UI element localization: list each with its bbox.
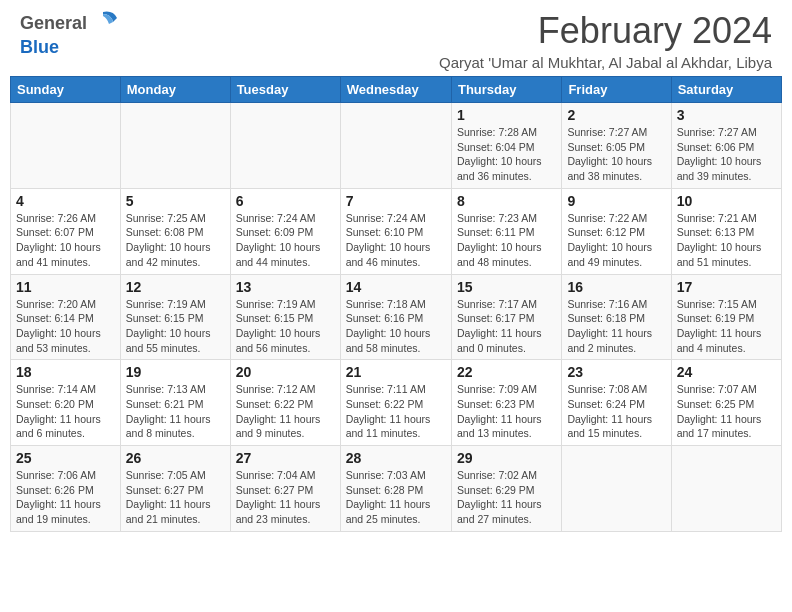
calendar-day-cell: 2Sunrise: 7:27 AMSunset: 6:05 PMDaylight… — [562, 103, 671, 189]
day-number: 6 — [236, 193, 335, 209]
days-of-week-row: SundayMondayTuesdayWednesdayThursdayFrid… — [11, 77, 782, 103]
calendar-day-cell: 18Sunrise: 7:14 AMSunset: 6:20 PMDayligh… — [11, 360, 121, 446]
day-number: 17 — [677, 279, 776, 295]
day-number: 3 — [677, 107, 776, 123]
day-info: Sunrise: 7:27 AMSunset: 6:06 PMDaylight:… — [677, 125, 776, 184]
day-info: Sunrise: 7:03 AMSunset: 6:28 PMDaylight:… — [346, 468, 446, 527]
day-number: 14 — [346, 279, 446, 295]
day-number: 28 — [346, 450, 446, 466]
calendar-day-cell — [671, 446, 781, 532]
calendar-day-cell: 24Sunrise: 7:07 AMSunset: 6:25 PMDayligh… — [671, 360, 781, 446]
calendar-week-row: 11Sunrise: 7:20 AMSunset: 6:14 PMDayligh… — [11, 274, 782, 360]
day-info: Sunrise: 7:14 AMSunset: 6:20 PMDaylight:… — [16, 382, 115, 441]
day-number: 18 — [16, 364, 115, 380]
day-info: Sunrise: 7:04 AMSunset: 6:27 PMDaylight:… — [236, 468, 335, 527]
calendar-body: 1Sunrise: 7:28 AMSunset: 6:04 PMDaylight… — [11, 103, 782, 532]
day-info: Sunrise: 7:19 AMSunset: 6:15 PMDaylight:… — [236, 297, 335, 356]
day-number: 24 — [677, 364, 776, 380]
day-number: 5 — [126, 193, 225, 209]
calendar-day-cell — [340, 103, 451, 189]
calendar-day-cell: 29Sunrise: 7:02 AMSunset: 6:29 PMDayligh… — [451, 446, 561, 532]
day-number: 2 — [567, 107, 665, 123]
day-number: 9 — [567, 193, 665, 209]
calendar-day-cell: 28Sunrise: 7:03 AMSunset: 6:28 PMDayligh… — [340, 446, 451, 532]
day-info: Sunrise: 7:05 AMSunset: 6:27 PMDaylight:… — [126, 468, 225, 527]
day-number: 19 — [126, 364, 225, 380]
calendar-day-cell — [120, 103, 230, 189]
day-number: 26 — [126, 450, 225, 466]
calendar-day-cell: 13Sunrise: 7:19 AMSunset: 6:15 PMDayligh… — [230, 274, 340, 360]
day-info: Sunrise: 7:15 AMSunset: 6:19 PMDaylight:… — [677, 297, 776, 356]
logo-general: General — [20, 13, 87, 33]
day-info: Sunrise: 7:13 AMSunset: 6:21 PMDaylight:… — [126, 382, 225, 441]
calendar-day-cell: 1Sunrise: 7:28 AMSunset: 6:04 PMDaylight… — [451, 103, 561, 189]
calendar-day-cell: 26Sunrise: 7:05 AMSunset: 6:27 PMDayligh… — [120, 446, 230, 532]
calendar-header: SundayMondayTuesdayWednesdayThursdayFrid… — [11, 77, 782, 103]
calendar-day-cell: 9Sunrise: 7:22 AMSunset: 6:12 PMDaylight… — [562, 188, 671, 274]
day-info: Sunrise: 7:12 AMSunset: 6:22 PMDaylight:… — [236, 382, 335, 441]
day-info: Sunrise: 7:16 AMSunset: 6:18 PMDaylight:… — [567, 297, 665, 356]
day-info: Sunrise: 7:26 AMSunset: 6:07 PMDaylight:… — [16, 211, 115, 270]
day-number: 12 — [126, 279, 225, 295]
day-number: 22 — [457, 364, 556, 380]
day-info: Sunrise: 7:17 AMSunset: 6:17 PMDaylight:… — [457, 297, 556, 356]
logo: General Blue — [20, 10, 117, 58]
calendar-day-cell: 11Sunrise: 7:20 AMSunset: 6:14 PMDayligh… — [11, 274, 121, 360]
day-number: 23 — [567, 364, 665, 380]
calendar-day-cell: 5Sunrise: 7:25 AMSunset: 6:08 PMDaylight… — [120, 188, 230, 274]
day-info: Sunrise: 7:28 AMSunset: 6:04 PMDaylight:… — [457, 125, 556, 184]
day-info: Sunrise: 7:25 AMSunset: 6:08 PMDaylight:… — [126, 211, 225, 270]
calendar-day-cell: 10Sunrise: 7:21 AMSunset: 6:13 PMDayligh… — [671, 188, 781, 274]
day-info: Sunrise: 7:07 AMSunset: 6:25 PMDaylight:… — [677, 382, 776, 441]
title-area: February 2024 Qaryat 'Umar al Mukhtar, A… — [439, 10, 772, 71]
day-info: Sunrise: 7:22 AMSunset: 6:12 PMDaylight:… — [567, 211, 665, 270]
day-of-week-header: Tuesday — [230, 77, 340, 103]
day-number: 8 — [457, 193, 556, 209]
day-number: 10 — [677, 193, 776, 209]
logo-blue: Blue — [20, 37, 59, 57]
day-number: 29 — [457, 450, 556, 466]
calendar-day-cell: 12Sunrise: 7:19 AMSunset: 6:15 PMDayligh… — [120, 274, 230, 360]
calendar-day-cell: 16Sunrise: 7:16 AMSunset: 6:18 PMDayligh… — [562, 274, 671, 360]
day-of-week-header: Sunday — [11, 77, 121, 103]
day-of-week-header: Thursday — [451, 77, 561, 103]
calendar-day-cell: 20Sunrise: 7:12 AMSunset: 6:22 PMDayligh… — [230, 360, 340, 446]
day-info: Sunrise: 7:18 AMSunset: 6:16 PMDaylight:… — [346, 297, 446, 356]
calendar-day-cell: 6Sunrise: 7:24 AMSunset: 6:09 PMDaylight… — [230, 188, 340, 274]
day-info: Sunrise: 7:19 AMSunset: 6:15 PMDaylight:… — [126, 297, 225, 356]
day-info: Sunrise: 7:27 AMSunset: 6:05 PMDaylight:… — [567, 125, 665, 184]
day-number: 20 — [236, 364, 335, 380]
day-info: Sunrise: 7:21 AMSunset: 6:13 PMDaylight:… — [677, 211, 776, 270]
day-info: Sunrise: 7:02 AMSunset: 6:29 PMDaylight:… — [457, 468, 556, 527]
day-number: 25 — [16, 450, 115, 466]
day-number: 21 — [346, 364, 446, 380]
logo-icon — [89, 10, 117, 38]
day-number: 11 — [16, 279, 115, 295]
day-info: Sunrise: 7:23 AMSunset: 6:11 PMDaylight:… — [457, 211, 556, 270]
day-of-week-header: Wednesday — [340, 77, 451, 103]
calendar-week-row: 25Sunrise: 7:06 AMSunset: 6:26 PMDayligh… — [11, 446, 782, 532]
day-info: Sunrise: 7:08 AMSunset: 6:24 PMDaylight:… — [567, 382, 665, 441]
calendar-week-row: 18Sunrise: 7:14 AMSunset: 6:20 PMDayligh… — [11, 360, 782, 446]
day-of-week-header: Friday — [562, 77, 671, 103]
calendar-day-cell: 25Sunrise: 7:06 AMSunset: 6:26 PMDayligh… — [11, 446, 121, 532]
calendar-day-cell: 21Sunrise: 7:11 AMSunset: 6:22 PMDayligh… — [340, 360, 451, 446]
day-number: 16 — [567, 279, 665, 295]
month-title: February 2024 — [439, 10, 772, 52]
day-info: Sunrise: 7:24 AMSunset: 6:09 PMDaylight:… — [236, 211, 335, 270]
page-header: General Blue February 2024 Qaryat 'Umar … — [0, 0, 792, 76]
calendar-day-cell: 23Sunrise: 7:08 AMSunset: 6:24 PMDayligh… — [562, 360, 671, 446]
calendar-day-cell — [230, 103, 340, 189]
calendar-day-cell — [11, 103, 121, 189]
day-number: 13 — [236, 279, 335, 295]
calendar-day-cell: 14Sunrise: 7:18 AMSunset: 6:16 PMDayligh… — [340, 274, 451, 360]
calendar-day-cell: 4Sunrise: 7:26 AMSunset: 6:07 PMDaylight… — [11, 188, 121, 274]
calendar-day-cell: 27Sunrise: 7:04 AMSunset: 6:27 PMDayligh… — [230, 446, 340, 532]
day-number: 4 — [16, 193, 115, 209]
location-subtitle: Qaryat 'Umar al Mukhtar, Al Jabal al Akh… — [439, 54, 772, 71]
calendar-day-cell: 8Sunrise: 7:23 AMSunset: 6:11 PMDaylight… — [451, 188, 561, 274]
calendar-table: SundayMondayTuesdayWednesdayThursdayFrid… — [10, 76, 782, 532]
day-info: Sunrise: 7:09 AMSunset: 6:23 PMDaylight:… — [457, 382, 556, 441]
day-of-week-header: Monday — [120, 77, 230, 103]
day-info: Sunrise: 7:24 AMSunset: 6:10 PMDaylight:… — [346, 211, 446, 270]
